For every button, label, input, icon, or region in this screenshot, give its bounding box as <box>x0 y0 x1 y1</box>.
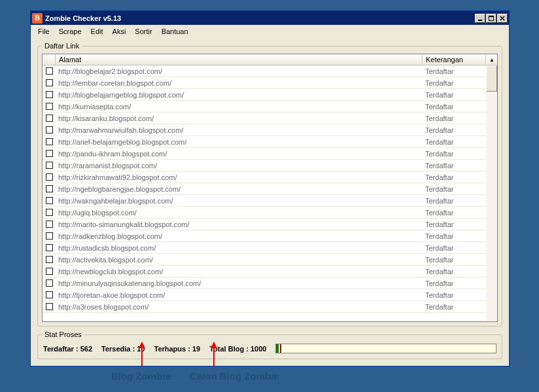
checkbox[interactable] <box>46 126 53 134</box>
checkbox[interactable] <box>46 115 53 122</box>
table-row[interactable]: http://ugiq.blogspot.com/Terdaftar <box>43 207 486 219</box>
row-url: http://radkenzblog.blogspot.com/ <box>56 232 423 240</box>
menu-aksi[interactable]: Aksi <box>108 26 131 37</box>
table-row[interactable]: http://kisaranku.blogspot.com/Terdaftar <box>43 113 486 124</box>
checkbox[interactable] <box>46 150 53 157</box>
checkbox[interactable] <box>46 185 53 192</box>
menu-sortir[interactable]: Sortir <box>130 26 156 37</box>
column-keterangan[interactable]: Keterangan <box>423 54 486 65</box>
row-checkbox-cell[interactable] <box>43 244 56 251</box>
table-row[interactable]: http://pandu-ikhram.blogspot.com/Terdaft… <box>43 148 486 160</box>
checkbox[interactable] <box>46 67 53 75</box>
svg-rect-2 <box>489 16 494 17</box>
row-status: Terdaftar <box>423 256 486 264</box>
row-status: Terdaftar <box>423 126 486 134</box>
menu-bantuan[interactable]: Bantuan <box>157 26 193 37</box>
table-row[interactable]: http://raramanist.blogspot.com/Terdaftar <box>43 160 486 171</box>
column-checkbox[interactable] <box>43 54 56 65</box>
row-url: http://activekita.blogspot.com/ <box>56 256 423 264</box>
table-row[interactable]: http://arief-belajarngeblog.blogspot.com… <box>43 136 486 148</box>
table-row[interactable]: http://blogbelajarngeblog.blogspot.com/T… <box>43 89 486 101</box>
row-status: Terdaftar <box>423 150 486 158</box>
table-row[interactable]: http://marito-simanungkalit.blogspot.com… <box>43 219 486 230</box>
table-row[interactable]: http://radkenzblog.blogspot.com/Terdafta… <box>43 230 486 242</box>
checkbox[interactable] <box>46 197 53 204</box>
table-row[interactable]: http://lembar-coretan.blogspot.com/Terda… <box>43 77 486 89</box>
vertical-scrollbar[interactable] <box>486 65 497 321</box>
checkbox[interactable] <box>46 91 53 98</box>
scroll-up-button[interactable]: ▲ <box>486 54 497 65</box>
checkbox[interactable] <box>46 232 53 240</box>
checkbox[interactable] <box>46 162 53 169</box>
title-bar[interactable]: B Zombie Checker v5.13 <box>31 11 509 25</box>
minimize-button[interactable] <box>475 14 485 23</box>
row-checkbox-cell[interactable] <box>43 291 56 298</box>
row-checkbox-cell[interactable] <box>43 138 56 145</box>
checkbox[interactable] <box>46 138 53 145</box>
scrollbar-track[interactable] <box>486 65 497 321</box>
row-checkbox-cell[interactable] <box>43 185 56 192</box>
menu-file[interactable]: File <box>33 26 54 37</box>
row-url: http://rizkirahmawati92.blogspot.com/ <box>56 173 423 181</box>
row-checkbox-cell[interactable] <box>43 103 56 110</box>
checkbox[interactable] <box>46 173 53 181</box>
stat-terhapus: Terhapus : 19 <box>154 345 200 353</box>
row-checkbox-cell[interactable] <box>43 79 56 86</box>
table-row[interactable]: http://rustadicsb.blogspot.com/Terdaftar <box>43 242 486 254</box>
row-checkbox-cell[interactable] <box>43 303 56 310</box>
row-checkbox-cell[interactable] <box>43 67 56 75</box>
row-url: http://a3roses.blogspot.com/ <box>56 303 423 311</box>
table-row[interactable]: http://tjoretan-akoe.blogspot.com/Terdaf… <box>43 289 486 301</box>
row-status: Terdaftar <box>423 67 486 75</box>
table-row[interactable]: http://marwahmarwiulfah.blogspot.com/Ter… <box>43 124 486 136</box>
checkbox[interactable] <box>46 268 53 275</box>
checkbox[interactable] <box>46 103 53 110</box>
table-row[interactable]: http://wakngahbelajar.blogspot.com/Terda… <box>43 195 486 207</box>
row-status: Terdaftar <box>423 303 486 311</box>
row-checkbox-cell[interactable] <box>43 150 56 157</box>
row-url: http://ugiq.blogspot.com/ <box>56 209 423 217</box>
column-alamat[interactable]: Alamat <box>56 54 423 65</box>
checkbox[interactable] <box>46 303 53 310</box>
row-checkbox-cell[interactable] <box>43 197 56 204</box>
row-checkbox-cell[interactable] <box>43 162 56 169</box>
row-checkbox-cell[interactable] <box>43 268 56 275</box>
table-row[interactable]: http://blogbelajar2.blogspot.com/Terdaft… <box>43 65 486 77</box>
checkbox[interactable] <box>46 244 53 251</box>
close-button[interactable] <box>497 14 508 23</box>
row-checkbox-cell[interactable] <box>43 279 56 287</box>
table-row[interactable]: http://ngeblogbarengjae.blogspot.com/Ter… <box>43 183 486 195</box>
stat-proses-legend: Stat Proses <box>42 330 84 338</box>
row-checkbox-cell[interactable] <box>43 209 56 216</box>
row-url: http://blogbelajarngeblog.blogspot.com/ <box>56 91 423 99</box>
row-checkbox-cell[interactable] <box>43 256 56 263</box>
scrollbar-thumb[interactable] <box>486 65 497 92</box>
row-checkbox-cell[interactable] <box>43 232 56 240</box>
table-row[interactable]: http://rizkirahmawati92.blogspot.com/Ter… <box>43 171 486 183</box>
row-checkbox-cell[interactable] <box>43 126 56 134</box>
maximize-button[interactable] <box>486 14 496 23</box>
svg-rect-0 <box>478 20 482 21</box>
checkbox[interactable] <box>46 256 53 263</box>
row-checkbox-cell[interactable] <box>43 221 56 228</box>
menu-scrape[interactable]: Scrape <box>54 26 86 37</box>
menu-edit[interactable]: Edit <box>86 26 108 37</box>
row-checkbox-cell[interactable] <box>43 91 56 98</box>
checkbox[interactable] <box>46 221 53 228</box>
checkbox[interactable] <box>46 279 53 287</box>
app-window: B Zombie Checker v5.13 File Scrape Edit … <box>30 10 510 366</box>
row-url: http://rustadicsb.blogspot.com/ <box>56 244 423 252</box>
annotation-calon-blog-zombie: Calon Blog Zombie <box>190 370 279 382</box>
daftar-link-group: Daftar Link Alamat Keterangan ▲ http://b… <box>37 42 502 327</box>
table-row[interactable]: http://minurulyaqinsukatenang.blogspot.c… <box>43 277 486 289</box>
checkbox[interactable] <box>46 209 53 216</box>
table-row[interactable]: http://newblogclub.blogspot.com/Terdafta… <box>43 266 486 277</box>
table-row[interactable]: http://a3roses.blogspot.com/Terdaftar <box>43 301 486 313</box>
table-row[interactable]: http://kurniasepta.com/Terdaftar <box>43 101 486 113</box>
app-icon: B <box>32 13 43 24</box>
table-row[interactable]: http://activekita.blogspot.com/Terdaftar <box>43 254 486 266</box>
checkbox[interactable] <box>46 79 53 86</box>
checkbox[interactable] <box>46 291 53 298</box>
row-checkbox-cell[interactable] <box>43 173 56 181</box>
row-checkbox-cell[interactable] <box>43 115 56 122</box>
